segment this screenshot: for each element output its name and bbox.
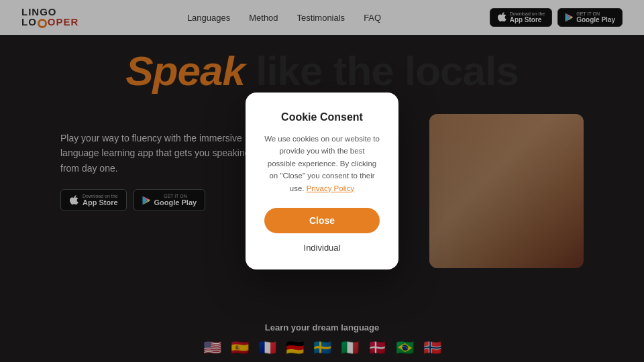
- modal-description: We use cookies on our website to provide…: [264, 133, 380, 194]
- modal-title: Cookie Consent: [264, 111, 380, 123]
- cookie-modal: Cookie Consent We use cookies on our web…: [246, 93, 398, 269]
- modal-overlay: Cookie Consent We use cookies on our web…: [0, 0, 644, 362]
- modal-close-button[interactable]: Close: [264, 208, 380, 233]
- modal-individual-button[interactable]: Individual: [304, 243, 341, 253]
- privacy-policy-link[interactable]: Privacy Policy: [307, 184, 355, 192]
